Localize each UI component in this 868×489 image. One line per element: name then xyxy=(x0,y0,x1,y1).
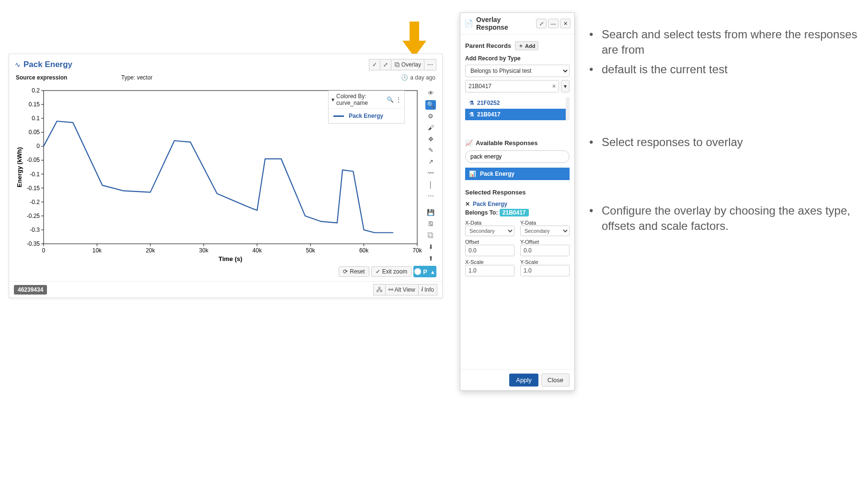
expand-window-button[interactable]: ⤢ xyxy=(536,19,547,28)
zoom-icon[interactable]: 🔍 xyxy=(425,100,436,110)
alt-view-button[interactable]: ⚯ Alt View xyxy=(386,284,419,296)
record-item[interactable]: ⚗21B0417 xyxy=(465,109,566,120)
info-button[interactable]: i Info xyxy=(419,284,437,296)
more-button[interactable]: ⋯ xyxy=(424,59,436,70)
note-bullet: Select responses to overlay xyxy=(589,135,857,150)
exit-zoom-button[interactable]: ✓ Exit zoom xyxy=(371,266,412,277)
chevron-up-icon: ▴ xyxy=(431,268,434,275)
record-search-input[interactable]: 21B0417 × xyxy=(465,80,559,92)
gear-icon[interactable]: ⚙ xyxy=(425,112,436,121)
save-icon[interactable]: 💾 xyxy=(425,208,436,217)
expand-button[interactable]: ⤢ xyxy=(380,59,391,70)
record-type-select[interactable]: Belongs to Physical test xyxy=(465,65,570,77)
brush-icon[interactable]: 🖌 xyxy=(425,123,436,132)
belongs-to-tag[interactable]: 21B0417 xyxy=(500,209,529,216)
alt-view-label: Alt View xyxy=(395,286,415,293)
yscale-input[interactable] xyxy=(520,265,570,276)
svg-text:0.2: 0.2 xyxy=(32,87,40,94)
svg-text:-0.25: -0.25 xyxy=(27,213,40,219)
eye-icon[interactable]: 👁 xyxy=(425,89,436,98)
ydata-select[interactable]: Secondary xyxy=(520,226,570,236)
overlay-title: Overlay Response xyxy=(476,16,535,31)
image-icon[interactable]: 🖻 xyxy=(425,219,436,229)
svg-text:70k: 70k xyxy=(412,247,422,254)
copy-icon[interactable]: ⿻ xyxy=(425,231,436,240)
legend-search-icon[interactable]: 🔍 xyxy=(387,96,394,103)
legend-menu-icon[interactable]: ⋮ xyxy=(396,96,401,103)
svg-rect-1 xyxy=(395,63,398,66)
svg-text:10k: 10k xyxy=(92,247,102,254)
selected-response-label: Pack Energy xyxy=(473,201,507,207)
info-icon: i xyxy=(422,286,423,293)
legend-item[interactable]: Pack Energy xyxy=(329,109,404,123)
download-icon[interactable]: ⬇ xyxy=(425,242,436,251)
overlay-button[interactable]: Overlay xyxy=(391,59,424,70)
svg-text:0.05: 0.05 xyxy=(29,129,40,136)
minimize-window-button[interactable]: — xyxy=(548,19,559,28)
xdata-select[interactable]: Secondary xyxy=(465,226,514,236)
reset-button[interactable]: ⟳ Reset xyxy=(339,266,369,277)
clock-icon: 🕓 xyxy=(401,74,408,81)
add-by-type-label: Add Record by Type xyxy=(465,55,570,62)
svg-text:-0.35: -0.35 xyxy=(27,240,40,247)
apply-button[interactable]: Apply xyxy=(509,374,538,387)
refresh-icon: ⟳ xyxy=(343,268,348,275)
check-button[interactable]: ✓ xyxy=(369,59,380,70)
close-window-button[interactable]: ✕ xyxy=(560,19,571,28)
source-expression-label: Source expression xyxy=(16,74,121,81)
record-id-badge[interactable]: 46239434 xyxy=(14,285,47,295)
check-icon: ✓ xyxy=(376,268,380,275)
overlay-button-label: Overlay xyxy=(401,61,421,68)
age-label: 🕓 a day ago xyxy=(401,74,435,81)
svg-rect-48 xyxy=(380,290,382,292)
line-icon[interactable]: 〰 xyxy=(425,168,436,178)
info-label: Info xyxy=(424,286,434,293)
yoffset-input[interactable] xyxy=(520,245,570,256)
toggle-knob xyxy=(414,268,421,275)
flask-icon: ⚗ xyxy=(469,111,474,118)
annotation-notes: Search and select tests from where the r… xyxy=(589,27,857,238)
vline-icon[interactable]: │ xyxy=(425,180,436,189)
link-icon: ⚯ xyxy=(388,286,393,293)
plus-icon: ＋ xyxy=(518,42,524,49)
svg-text:-0.1: -0.1 xyxy=(30,171,40,178)
svg-text:0.15: 0.15 xyxy=(29,101,40,108)
available-response-item[interactable]: 📊 Pack Energy xyxy=(465,168,570,180)
offset-input[interactable] xyxy=(465,245,514,256)
svg-rect-47 xyxy=(377,290,378,292)
svg-rect-46 xyxy=(378,287,380,288)
remove-selected-icon[interactable]: ✕ xyxy=(465,201,470,207)
svg-text:-0.05: -0.05 xyxy=(27,157,40,163)
add-record-button[interactable]: ＋ Add xyxy=(515,41,538,50)
record-search-dropdown[interactable]: ▾ xyxy=(561,80,570,92)
response-search-input[interactable] xyxy=(465,150,570,163)
record-list: ⚗21F0252⚗21B0417 xyxy=(465,97,570,120)
document-icon: 📄 xyxy=(464,19,473,28)
svg-text:20k: 20k xyxy=(146,247,155,254)
response-icon: 📊 xyxy=(469,171,476,177)
upload-icon[interactable]: ⬆ xyxy=(425,253,436,263)
chevron-down-icon[interactable]: ▾ xyxy=(331,96,334,103)
svg-rect-2 xyxy=(396,64,399,67)
record-search-value: 21B0417 xyxy=(468,83,491,90)
record-item-label: 21B0417 xyxy=(477,111,501,118)
hierarchy-button[interactable] xyxy=(373,284,386,296)
svg-text:0.1: 0.1 xyxy=(32,115,40,122)
clear-search-icon[interactable]: × xyxy=(552,83,556,90)
pencil-icon[interactable]: ✎ xyxy=(425,146,436,155)
legend-item-label: Pack Energy xyxy=(349,113,383,119)
offset-label: Offset xyxy=(465,239,514,245)
selected-response-item: ✕ Pack Energy xyxy=(465,201,570,207)
more-tools-icon[interactable]: ⋯ xyxy=(425,191,436,201)
chart-title-icon: ∿ xyxy=(15,61,21,68)
flask-icon: ⚗ xyxy=(469,100,474,106)
record-item[interactable]: ⚗21F0252 xyxy=(465,97,566,109)
close-button[interactable]: Close xyxy=(541,374,570,387)
xscale-label: X-Scale xyxy=(465,259,514,265)
arrow-icon[interactable]: ↗ xyxy=(425,157,436,167)
xscale-input[interactable] xyxy=(465,265,514,276)
p-toggle[interactable]: P ▴ xyxy=(413,266,436,277)
svg-text:50k: 50k xyxy=(306,247,315,254)
belongs-to-label: Belongs To: xyxy=(465,209,498,216)
move-icon[interactable]: ✥ xyxy=(425,134,436,144)
